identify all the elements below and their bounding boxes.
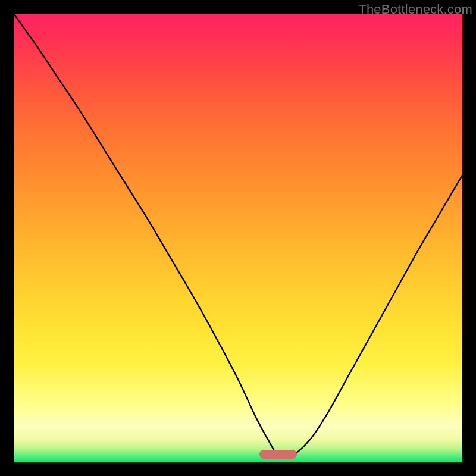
bottleneck-curve xyxy=(14,14,462,462)
plot-area xyxy=(14,14,462,462)
chart-frame: TheBottleneck.com xyxy=(0,0,476,476)
optimal-marker xyxy=(259,450,297,459)
watermark-text: TheBottleneck.com xyxy=(358,2,472,17)
